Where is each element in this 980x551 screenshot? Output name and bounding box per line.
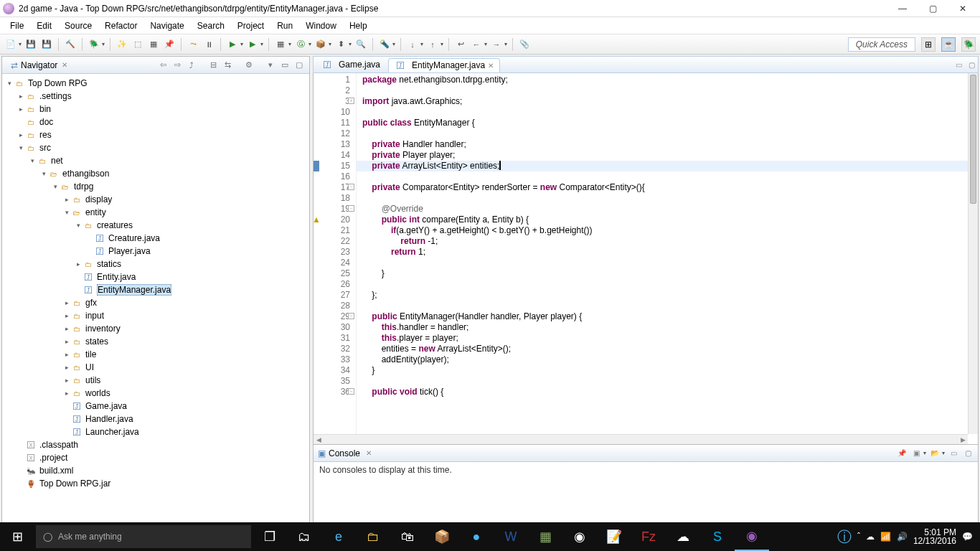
tree-worlds[interactable]: worlds	[85, 388, 110, 398]
wifi-icon[interactable]: 📶	[880, 532, 891, 542]
maximize-button[interactable]: ▢	[918, 1, 947, 17]
minimize-editor-icon[interactable]: ▭	[953, 60, 963, 70]
menu-file[interactable]: File	[4, 19, 29, 32]
expand-arrow[interactable]: ▸	[17, 93, 25, 100]
tree-display[interactable]: display	[85, 194, 112, 204]
expand-arrow[interactable]: ▾	[17, 144, 25, 151]
open-console-icon[interactable]: 📂	[929, 448, 941, 459]
tree-inventory[interactable]: inventory	[85, 324, 121, 334]
nav-up-icon[interactable]: ⤴	[186, 60, 197, 71]
app-icon[interactable]: ●	[459, 522, 494, 551]
tree-utils[interactable]: utils	[85, 375, 100, 385]
debug-icon[interactable]: 🪲	[88, 38, 100, 51]
collapse-all-icon[interactable]: ⊟	[207, 60, 219, 71]
suspend-icon[interactable]: ⏸	[202, 38, 215, 51]
run-last-icon[interactable]: ▶	[246, 38, 259, 51]
tree-res[interactable]: res	[39, 130, 52, 140]
project-tree[interactable]: ▾🗀Top Down RPG ▸🗀.settings ▸🗀bin 🗀doc ▸🗀…	[2, 74, 309, 523]
tree-launcher[interactable]: Launcher.java	[85, 427, 139, 437]
back-icon[interactable]: ←	[470, 38, 483, 51]
prev-ann-icon[interactable]: ↑	[426, 38, 439, 51]
onedrive-icon[interactable]: ☁	[866, 532, 875, 542]
view-menu-icon[interactable]: ▾	[265, 60, 276, 71]
chrome-icon[interactable]: ◉	[562, 522, 597, 551]
tree-ui[interactable]: UI	[85, 362, 94, 372]
expand-arrow[interactable]: ▸	[17, 131, 25, 138]
mark-icon[interactable]: ▦	[147, 38, 160, 51]
tree-entitymgr[interactable]: EntityManager.java	[97, 284, 171, 296]
newclass-icon[interactable]: Ⓖ	[294, 38, 307, 51]
tree-statics[interactable]: statics	[97, 259, 121, 269]
expand-arrow[interactable]: ▸	[62, 338, 71, 345]
skype-icon[interactable]: S	[700, 522, 735, 551]
close-tab-icon[interactable]: ✕	[488, 62, 494, 70]
pinned-icon[interactable]: 📎	[518, 38, 531, 51]
nav-forward-icon[interactable]: ⇨	[171, 60, 183, 71]
tree-tile[interactable]: tile	[85, 349, 96, 359]
volume-icon[interactable]: 🔊	[897, 532, 908, 542]
tree-game[interactable]: Game.java	[85, 401, 127, 411]
expand-arrow[interactable]: ▸	[17, 105, 25, 113]
newpackage-icon[interactable]: 📦	[314, 38, 327, 51]
expand-arrow[interactable]: ▾	[39, 170, 48, 177]
pin-console-icon[interactable]: 📌	[896, 448, 908, 459]
app-icon[interactable]: ☁	[666, 522, 700, 551]
fold-icon[interactable]: −	[348, 184, 354, 190]
quick-access[interactable]: Quick Access	[848, 37, 915, 52]
code-editor[interactable]: 1 2 3+ 10 11 12 13 14 15 16 17− 18 19− ▲…	[313, 73, 979, 445]
menu-run[interactable]: Run	[271, 19, 298, 32]
start-button[interactable]: ⊞	[0, 522, 34, 551]
next-ann-icon[interactable]: ↓	[406, 38, 419, 51]
tree-buildxml[interactable]: build.xml	[39, 466, 73, 476]
menu-project[interactable]: Project	[232, 19, 270, 32]
fold-icon[interactable]: −	[348, 313, 354, 319]
tree-project[interactable]: Top Down RPG	[28, 78, 88, 88]
menu-edit[interactable]: Edit	[31, 19, 57, 32]
expand-arrow[interactable]: ▸	[62, 351, 71, 358]
run-icon[interactable]: ▶	[226, 38, 239, 51]
vertical-scrollbar[interactable]	[968, 73, 978, 434]
expand-arrow[interactable]: ▾	[5, 80, 14, 87]
tree-entity[interactable]: entity	[85, 207, 106, 217]
forward-icon[interactable]: →	[490, 38, 503, 51]
expand-arrow[interactable]: ▸	[62, 299, 71, 306]
display-console-icon[interactable]: ▣	[910, 448, 922, 459]
menu-help[interactable]: Help	[344, 19, 373, 32]
typehier-icon[interactable]: ⬍	[334, 38, 347, 51]
tree-gfx[interactable]: gfx	[85, 298, 97, 308]
tree-input[interactable]: input	[85, 311, 104, 321]
tree-entityj[interactable]: Entity.java	[97, 272, 136, 282]
toggle-icon[interactable]: ⬚	[131, 38, 144, 51]
expand-arrow[interactable]: ▸	[62, 325, 71, 332]
tree-tdrpg[interactable]: tdrpg	[74, 182, 93, 192]
last-edit-icon[interactable]: ↩	[454, 38, 467, 51]
expand-arrow[interactable]: ▾	[62, 209, 71, 216]
scrollbar-thumb[interactable]	[970, 75, 976, 204]
tree-ethan[interactable]: ethangibson	[62, 169, 109, 179]
clock[interactable]: 5:01 PM 12/13/2016	[913, 528, 956, 545]
close-icon[interactable]: ✕	[62, 61, 67, 69]
word-icon[interactable]: W	[494, 522, 528, 551]
tab-game[interactable]: 🄹 Game.java	[315, 57, 387, 72]
tree-project-file[interactable]: .project	[39, 453, 67, 463]
help-icon[interactable]: ⓘ	[837, 527, 852, 547]
build-icon[interactable]: 🔨	[64, 38, 77, 51]
tree-settings[interactable]: .settings	[39, 91, 72, 101]
menu-navigate[interactable]: Navigate	[144, 19, 189, 32]
code-content[interactable]: package net.ethangibson.tdrpg.entity; im…	[357, 73, 978, 444]
tree-src[interactable]: src	[39, 143, 51, 153]
console-tab[interactable]: ▣ Console ✕	[318, 448, 372, 458]
opentype-icon[interactable]: 🔍	[354, 38, 367, 51]
scroll-right-icon[interactable]: ▶	[958, 435, 968, 444]
search-icon[interactable]: 🔦	[378, 38, 391, 51]
line-gutter[interactable]: 1 2 3+ 10 11 12 13 14 15 16 17− 18 19− ▲…	[314, 73, 357, 444]
menu-window[interactable]: Window	[300, 19, 342, 32]
new-icon[interactable]: 📄	[4, 38, 17, 51]
tree-creature[interactable]: Creature.java	[108, 233, 160, 243]
pin-icon[interactable]: 📌	[163, 38, 176, 51]
fold-icon[interactable]: +	[348, 98, 354, 104]
navigator-tab[interactable]: ⇄ Navigator ✕	[6, 59, 72, 72]
menu-refactor[interactable]: Refactor	[99, 19, 143, 32]
expand-arrow[interactable]: ▸	[62, 390, 71, 397]
debug-perspective-icon[interactable]: 🪲	[961, 37, 976, 52]
